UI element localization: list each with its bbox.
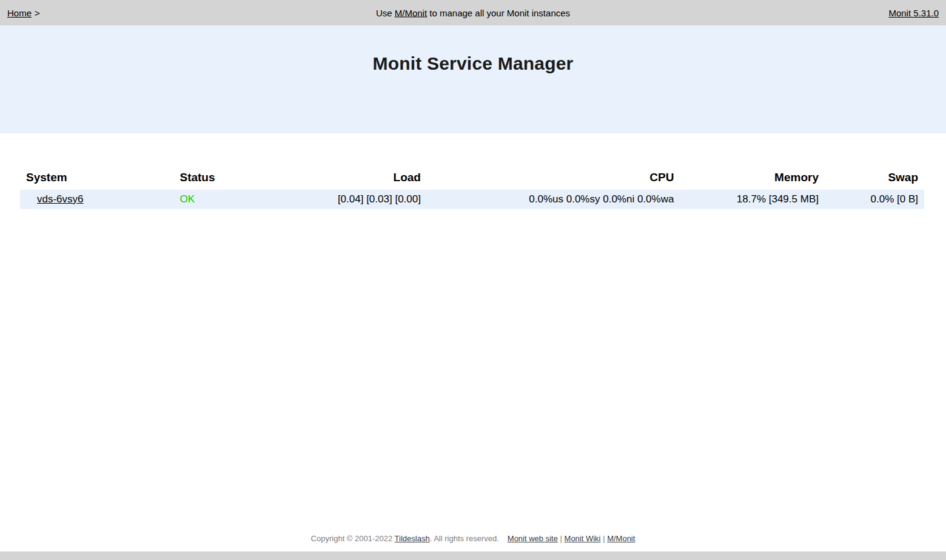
copyright-text: Copyright © 2001-2022: [311, 534, 395, 543]
topbar-message-prefix: Use: [376, 8, 395, 18]
home-link[interactable]: Home: [7, 8, 32, 18]
footer-separator: |: [560, 534, 562, 543]
page-title: Monit Service Manager: [0, 53, 946, 74]
services-table: System Status Load CPU Memory Swap vds-6…: [20, 168, 924, 209]
copyright-suffix: . All rights reserved.: [430, 534, 499, 543]
column-header-system: System: [20, 168, 173, 190]
main-content: System Status Load CPU Memory Swap vds-6…: [0, 133, 946, 527]
cpu-cell: 0.0%us 0.0%sy 0.0%ni 0.0%wa: [427, 190, 680, 209]
breadcrumb: Home >: [7, 8, 40, 18]
load-cell: [0.04] [0.03] [0.00]: [273, 190, 426, 209]
monit-wiki-link[interactable]: Monit Wiki: [565, 534, 601, 543]
footer-separator: |: [603, 534, 605, 543]
mmonit-link[interactable]: M/Monit: [395, 8, 427, 18]
table-row: vds-6vsy6 OK [0.04] [0.03] [0.00] 0.0%us…: [20, 190, 924, 209]
swap-cell: 0.0% [0 B]: [825, 190, 924, 209]
column-header-swap: Swap: [825, 168, 924, 190]
topbar-version: Monit 5.31.0: [888, 8, 939, 18]
topbar-message: Use M/Monit to manage all your Monit ins…: [376, 8, 570, 18]
page-header: Monit Service Manager: [0, 25, 946, 133]
table-header-row: System Status Load CPU Memory Swap: [20, 168, 924, 190]
tildeslash-link[interactable]: Tildeslash: [395, 534, 430, 543]
footer: Copyright © 2001-2022 Tildeslash. All ri…: [0, 527, 946, 552]
status-badge: OK: [173, 190, 273, 209]
mmonit-footer-link[interactable]: M/Monit: [607, 534, 635, 543]
topbar: Home > Use M/Monit to manage all your Mo…: [0, 0, 946, 25]
memory-cell: 18.7% [349.5 MB]: [680, 190, 825, 209]
monit-website-link[interactable]: Monit web site: [508, 534, 558, 543]
version-link[interactable]: Monit 5.31.0: [888, 8, 939, 18]
column-header-cpu: CPU: [427, 168, 680, 190]
system-cell: vds-6vsy6: [20, 190, 173, 209]
service-link[interactable]: vds-6vsy6: [37, 193, 84, 205]
breadcrumb-separator: >: [35, 8, 40, 18]
topbar-message-suffix: to manage all your Monit instances: [427, 8, 570, 18]
column-header-status: Status: [173, 168, 273, 190]
bottom-bar: [0, 552, 946, 560]
monit-page: Home > Use M/Monit to manage all your Mo…: [0, 0, 946, 560]
column-header-load: Load: [273, 168, 426, 190]
column-header-memory: Memory: [680, 168, 825, 190]
